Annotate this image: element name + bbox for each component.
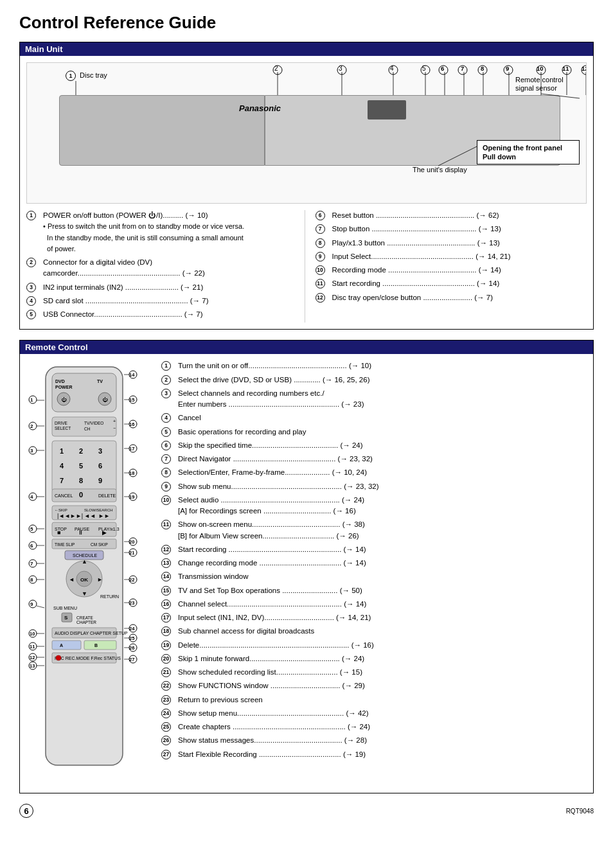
num-11: 11 (315, 279, 325, 288)
svg-text:S: S (64, 615, 68, 621)
r-num-20: 20 (161, 654, 171, 664)
remote-item-15: 15 TV and Set Top Box operations .......… (161, 585, 587, 596)
svg-text:1: 1 (60, 447, 64, 455)
num-12: 12 (315, 293, 325, 303)
svg-text:A: A (60, 643, 63, 648)
remote-item-20: 20 Skip 1 minute forward................… (161, 653, 587, 664)
main-unit-item-11: 11 Start recording .....................… (315, 278, 587, 289)
main-unit-item-9: 9 Input Select..........................… (315, 251, 587, 262)
remote-item-8: 8 Selection/Enter, Frame-by-frame.......… (161, 467, 587, 478)
r-num-18: 18 (161, 626, 171, 636)
page-title: Control Reference Guide (19, 13, 594, 33)
svg-text:−: − (113, 426, 116, 430)
remote-item-13: 13 Change recording mode ...............… (161, 558, 587, 569)
main-unit-item-2: 2 Connector for a digital video (DV)camc… (26, 257, 298, 279)
svg-text:►►|: ►►| (70, 513, 83, 519)
remote-control-body: DVD POWER TV ⏻ ⏻ DRIVE SELECT TV/VIDEO C… (20, 354, 593, 793)
svg-text:SLOW/SEARCH: SLOW/SEARCH (84, 508, 112, 512)
r-num-22: 22 (161, 681, 171, 691)
svg-text:2: 2 (79, 447, 83, 455)
svg-text:TV/VIDEO: TV/VIDEO (84, 421, 103, 425)
svg-text:11: 11 (562, 65, 569, 72)
front-panel-pull-label: Pull down (483, 153, 574, 161)
svg-text:2: 2 (30, 423, 33, 429)
svg-point-12 (421, 66, 430, 75)
main-unit-section: Main Unit 1 Disc tray 2 3 (19, 42, 594, 330)
svg-text:◄: ◄ (69, 576, 75, 583)
svg-text:4: 4 (60, 462, 64, 470)
svg-text:⏻: ⏻ (61, 397, 67, 403)
remote-item-3: 3 Select channels and recording numbers … (161, 388, 587, 411)
svg-text:DRIVE: DRIVE (55, 421, 68, 425)
remote-control-section: Remote Control DVD POWER TV ⏻ (19, 340, 594, 793)
remote-item-21: 21 Show scheduled recording list........… (161, 667, 587, 678)
num-9: 9 (315, 252, 325, 261)
remote-section-layout: DVD POWER TV ⏻ ⏻ DRIVE SELECT TV/VIDEO C… (26, 360, 587, 786)
r-num-21: 21 (161, 668, 171, 677)
svg-text:|◄◄: |◄◄ (57, 513, 70, 519)
r-num-12: 12 (161, 545, 171, 554)
remote-item-16: 16 Channel select.......................… (161, 599, 587, 610)
svg-point-9 (389, 66, 398, 75)
svg-text:PLAY/x1.3: PLAY/x1.3 (98, 527, 120, 531)
svg-text:▲: ▲ (82, 558, 87, 565)
svg-text:+: + (113, 419, 116, 423)
svg-text:9: 9 (506, 65, 509, 72)
svg-text:The unit's display: The unit's display (413, 166, 467, 173)
svg-text:8: 8 (79, 477, 83, 484)
svg-text:SELECT: SELECT (55, 426, 71, 430)
svg-text:POWER: POWER (55, 385, 72, 389)
remote-item-25: 25 Create chapters .....................… (161, 722, 587, 732)
svg-text:0: 0 (79, 491, 83, 499)
svg-line-138 (37, 606, 44, 608)
device-tray-area (59, 95, 265, 166)
remote-svg: DVD POWER TV ⏻ ⏻ DRIVE SELECT TV/VIDEO C… (26, 360, 155, 784)
svg-text:CREATE: CREATE (76, 616, 94, 620)
remote-item-9: 9 Show sub menu.........................… (161, 481, 587, 492)
svg-text:6: 6 (30, 543, 33, 549)
r-num-5: 5 (161, 427, 171, 437)
svg-rect-107 (84, 641, 116, 650)
r-num-27: 27 (161, 750, 171, 759)
svg-text:4: 4 (30, 494, 33, 500)
svg-text:CANCEL: CANCEL (55, 493, 73, 498)
svg-text:5: 5 (30, 526, 33, 532)
front-panel-open-label: Opening the front panel (483, 144, 574, 152)
remote-image-area: DVD POWER TV ⏻ ⏻ DRIVE SELECT TV/VIDEO C… (26, 360, 155, 786)
main-unit-col-left: 1 POWER on/off button (POWER ⏻/I).......… (26, 210, 305, 323)
remote-control-header: Remote Control (20, 341, 593, 354)
svg-text:7: 7 (30, 561, 33, 567)
main-unit-item-10: 10 Recording mode ......................… (315, 265, 587, 276)
num-4: 4 (26, 296, 36, 306)
r-num-19: 19 (161, 641, 171, 650)
svg-text:⏸: ⏸ (78, 529, 84, 536)
remote-item-4: 4 Cancel (161, 412, 587, 423)
svg-point-24 (504, 66, 513, 75)
remote-item-2: 2 Select the drive (DVD, SD or USB) ....… (161, 375, 587, 385)
num-1: 1 (26, 211, 36, 220)
svg-point-15 (439, 66, 448, 75)
svg-text:B: B (94, 643, 98, 648)
r-num-3: 3 (161, 389, 171, 398)
num-7: 7 (315, 224, 325, 234)
r-num-10: 10 (161, 495, 171, 505)
svg-text:▼: ▼ (82, 590, 87, 597)
remote-item-5: 5 Basic operations for recording and pla… (161, 427, 587, 438)
svg-text:1: 1 (30, 397, 33, 403)
svg-text:6: 6 (98, 462, 102, 470)
svg-text:4: 4 (390, 65, 394, 72)
main-unit-item-5: 5 USB Connector.........................… (26, 309, 298, 320)
svg-text:RETURN: RETURN (100, 594, 119, 599)
svg-text:11: 11 (30, 644, 35, 650)
svg-point-111 (56, 655, 61, 660)
remote-item-17: 17 Input select (IN1, IN2, DV)..........… (161, 612, 587, 623)
remote-item-18: 18 Sub channel access for digital broadc… (161, 626, 587, 637)
main-unit-item-12: 12 Disc tray open/close button .........… (315, 292, 587, 303)
svg-text:6: 6 (441, 65, 444, 72)
r-num-23: 23 (161, 695, 171, 705)
callout-1-label: 1 Disc tray (66, 71, 107, 81)
svg-text:AUDIO DISPLAY CHAPTER SETUP: AUDIO DISPLAY CHAPTER SETUP (55, 631, 128, 635)
svg-text:DELETE: DELETE (98, 493, 116, 498)
disc-tray-label: Disc tray (80, 71, 107, 79)
remote-item-12: 12 Start recording .....................… (161, 544, 587, 555)
